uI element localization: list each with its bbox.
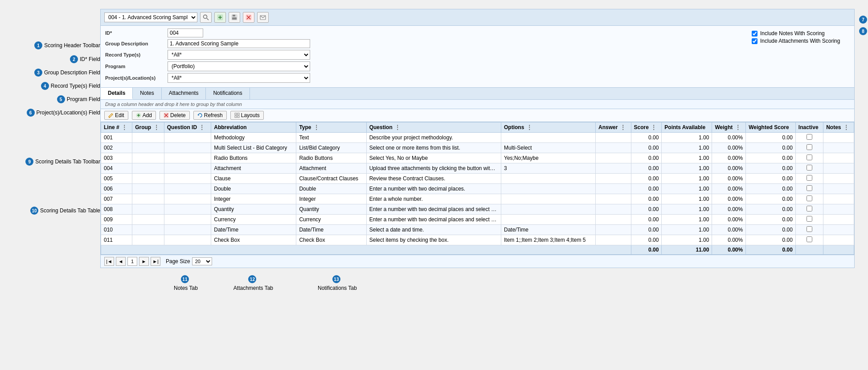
include-attachments-checkbox[interactable] <box>752 38 757 44</box>
label-notes-tab: Notes Tab <box>174 285 198 291</box>
col-menu-weight[interactable]: ⋮ <box>735 124 741 130</box>
col-header-notes[interactable]: Notes ⋮ <box>823 122 854 133</box>
layouts-button[interactable]: Layouts <box>230 111 264 120</box>
col-menu-type[interactable]: ⋮ <box>314 124 319 130</box>
delete-button[interactable] <box>243 12 254 23</box>
group-desc-input[interactable] <box>168 39 310 48</box>
col-menu-score[interactable]: ⋮ <box>651 124 656 130</box>
col-header-question-id[interactable]: Question ID ⋮ <box>164 122 211 133</box>
table-row: 002 Multi Select List - Bid Category Lis… <box>101 143 854 153</box>
cell-inactive <box>795 143 823 153</box>
search-button[interactable] <box>200 12 212 23</box>
cell-inactive <box>795 215 823 225</box>
form-section: ID* Group Description Record Type(s) *A <box>100 26 855 88</box>
inactive-checkbox[interactable] <box>807 155 812 160</box>
col-header-group[interactable]: Group ⋮ <box>132 122 164 133</box>
id-input[interactable] <box>168 28 203 37</box>
cell-abbreviation: Currency <box>211 215 296 225</box>
col-header-options[interactable]: Options ⋮ <box>501 122 595 133</box>
inactive-checkbox[interactable] <box>807 144 812 150</box>
inactive-checkbox[interactable] <box>807 195 812 201</box>
scoring-select[interactable]: 004 - 1. Advanced Scoring Sampl <box>104 12 197 22</box>
cell-answer <box>596 153 631 163</box>
group-desc-label: Group Description <box>105 41 168 46</box>
cell-answer <box>596 194 631 204</box>
col-header-score[interactable]: Score ⋮ <box>631 122 662 133</box>
inactive-checkbox[interactable] <box>807 206 812 211</box>
record-types-label: Record Type(s) <box>105 52 168 57</box>
label-projects-field: Project(s)/Location(s) Field <box>37 110 100 116</box>
cell-notes <box>823 163 854 174</box>
cell-score: 0.00 <box>631 163 662 174</box>
col-header-question[interactable]: Question ⋮ <box>366 122 501 133</box>
col-header-points[interactable]: Points Available <box>662 122 712 133</box>
program-label: Program <box>105 64 168 69</box>
svg-rect-7 <box>232 17 237 20</box>
delete-detail-button[interactable]: Delete <box>160 111 190 120</box>
cell-question-id <box>164 174 211 184</box>
tabs-bar: Details Notes Attachments Notifications <box>100 88 855 100</box>
email-button[interactable] <box>257 12 269 23</box>
add-button[interactable] <box>214 12 226 23</box>
cell-weighted-score: 0.00 <box>746 204 796 215</box>
col-menu-answer[interactable]: ⋮ <box>620 124 626 130</box>
program-select[interactable]: (Portfolio) <box>168 61 310 71</box>
first-page-button[interactable]: |◄ <box>104 257 114 266</box>
projects-select[interactable]: *All* <box>168 73 310 83</box>
col-header-inactive[interactable]: Inactive <box>795 122 823 133</box>
cell-question-id <box>164 225 211 235</box>
inactive-checkbox[interactable] <box>807 236 812 242</box>
col-header-line[interactable]: Line # ⋮ <box>101 122 132 133</box>
last-page-button[interactable]: ►| <box>151 257 160 266</box>
cell-question-id <box>164 153 211 163</box>
prev-page-button[interactable]: ◄ <box>116 257 126 266</box>
col-menu-notes[interactable]: ⋮ <box>843 124 849 130</box>
group-desc-row: Group Description <box>105 39 738 48</box>
col-header-weight[interactable]: Weight ⋮ <box>712 122 746 133</box>
col-header-type[interactable]: Type ⋮ <box>296 122 366 133</box>
label-record-types-field: Record Type(s) Field <box>51 83 100 89</box>
cell-answer <box>596 133 631 143</box>
tab-notifications[interactable]: Notifications <box>206 88 250 99</box>
cell-question: Select one or more items from this list. <box>366 143 501 153</box>
cell-score: 0.00 <box>631 225 662 235</box>
cell-abbreviation: Attachment <box>211 163 296 174</box>
include-notes-checkbox[interactable] <box>752 31 757 37</box>
cell-answer <box>596 174 631 184</box>
badge-6: 6 <box>27 109 35 117</box>
cell-points: 1.00 <box>662 225 712 235</box>
col-header-weighted-score[interactable]: Weighted Score <box>746 122 796 133</box>
inactive-checkbox[interactable] <box>807 134 812 140</box>
inactive-checkbox[interactable] <box>807 216 812 222</box>
cell-group <box>132 194 164 204</box>
inactive-checkbox[interactable] <box>807 175 812 181</box>
col-header-answer[interactable]: Answer ⋮ <box>596 122 631 133</box>
drag-hint: Drag a column header and drop it here to… <box>100 100 855 109</box>
col-menu-line[interactable]: ⋮ <box>122 124 127 130</box>
page-size-select[interactable]: 20 50 100 <box>192 257 212 265</box>
cell-points: 1.00 <box>662 174 712 184</box>
col-menu-options[interactable]: ⋮ <box>527 124 532 130</box>
refresh-button[interactable]: Refresh <box>193 111 227 120</box>
edit-button[interactable]: Edit <box>104 111 128 120</box>
label-program-field: Program Field <box>67 96 100 102</box>
record-types-select[interactable]: *All* <box>168 50 310 60</box>
tab-details[interactable]: Details <box>101 88 133 99</box>
cell-question-id <box>164 194 211 204</box>
cell-type: Clause/Contract Clauses <box>296 174 366 184</box>
inactive-checkbox[interactable] <box>807 226 812 232</box>
projects-label: Project(s)/Location(s) <box>105 75 168 81</box>
tab-attachments[interactable]: Attachments <box>162 88 206 99</box>
col-menu-qid[interactable]: ⋮ <box>199 124 205 130</box>
scoring-details-table: Line # ⋮ Group ⋮ Question ID ⋮ Abbreviat… <box>101 122 854 255</box>
tab-notes[interactable]: Notes <box>133 88 161 99</box>
search-icon <box>203 14 209 20</box>
col-menu-group[interactable]: ⋮ <box>154 124 159 130</box>
save-button[interactable] <box>229 12 240 23</box>
add-detail-button[interactable]: Add <box>132 111 156 120</box>
next-page-button[interactable]: ► <box>139 257 149 266</box>
col-menu-question[interactable]: ⋮ <box>395 124 400 130</box>
inactive-checkbox[interactable] <box>807 165 812 171</box>
inactive-checkbox[interactable] <box>807 185 812 191</box>
col-header-abbreviation[interactable]: Abbreviation <box>211 122 296 133</box>
